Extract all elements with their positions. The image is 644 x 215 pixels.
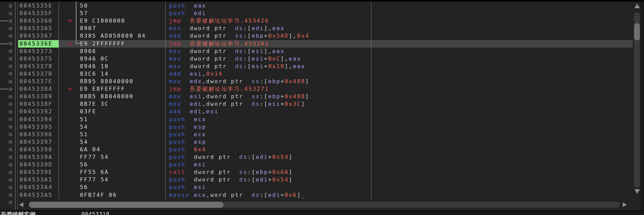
disasm-row[interactable]: 0045337E8B95 88040000mov edx,dword ptr s… bbox=[18, 78, 633, 85]
breakpoint-dot[interactable] bbox=[9, 140, 12, 144]
disasm-row[interactable]: 00453384E9 E8FEFFFFjmp 吾爱破解论坛学习.453271 bbox=[18, 85, 633, 93]
instruction-token: ss bbox=[235, 33, 243, 39]
instruction-token: : bbox=[243, 55, 248, 62]
bytes-cell: 51 bbox=[80, 131, 88, 138]
disasm-row[interactable]: 0045339AFF77 54push dword ptr ds:[edi+0x… bbox=[18, 153, 633, 161]
breakpoint-dot[interactable] bbox=[9, 95, 12, 99]
scroll-right-icon[interactable] bbox=[623, 202, 627, 207]
instruction-token: 0x6 bbox=[285, 192, 297, 198]
instruction-token bbox=[186, 2, 194, 9]
instruction-cell: jmp 吾爱破解论坛学习.453426 bbox=[169, 17, 269, 25]
bytes-cell: 54 bbox=[80, 123, 88, 131]
address-cell: 00453396 bbox=[18, 131, 80, 138]
breakpoint-dot[interactable] bbox=[9, 80, 12, 84]
disasm-row[interactable]: 0045335E50push eax bbox=[18, 2, 633, 10]
instruction-token: 0x6A bbox=[272, 169, 289, 175]
instruction-token: ds bbox=[252, 101, 260, 107]
instruction-token: dword ptr bbox=[190, 48, 227, 54]
disasm-row[interactable]: 0045339451push ecx bbox=[18, 116, 633, 123]
instruction-token: 0x54 bbox=[272, 154, 289, 160]
disasm-row[interactable]: 004533758946 0Cmov dword ptr ds:[esi+0xC… bbox=[18, 55, 633, 63]
instruction-cell: mov dword ptr ds:[esi+0xC],eax bbox=[169, 55, 301, 63]
breakpoint-dot[interactable] bbox=[9, 72, 12, 76]
breakpoint-dot[interactable] bbox=[9, 117, 12, 121]
instruction-token: push bbox=[169, 161, 186, 168]
instruction-token: + bbox=[281, 78, 285, 85]
breakpoint-dot[interactable] bbox=[9, 12, 12, 15]
breakpoint-dot[interactable] bbox=[9, 201, 12, 204]
breakpoint-dot[interactable] bbox=[9, 49, 12, 53]
disasm-row[interactable]: 0045339203FEadd edi,esi bbox=[18, 108, 633, 115]
disasm-row[interactable]: 004533738906mov dword ptr ds:[esi],eax bbox=[18, 48, 633, 55]
disasm-row[interactable]: 004533658907mov dword ptr ds:[edi],eax bbox=[18, 25, 633, 32]
gutter-divider bbox=[3, 2, 4, 210]
instruction-token: 0x488 bbox=[285, 93, 305, 100]
instruction-token: , bbox=[202, 78, 206, 85]
bytes-cell: 56 bbox=[80, 161, 88, 168]
disasm-row[interactable]: 004533788946 10mov dword ptr ds:[esi+0x1… bbox=[18, 63, 633, 70]
disasm-row[interactable]: 0045337B83C6 14add esi,0x14 bbox=[18, 70, 633, 78]
disasm-row[interactable]: 004533678385 AD050000 04add dword ptr ss… bbox=[18, 32, 633, 40]
breakpoint-dot[interactable] bbox=[9, 193, 12, 197]
breakpoint-dot[interactable] bbox=[9, 34, 12, 38]
bytes-cell: 54 bbox=[80, 138, 88, 146]
instruction-token: + bbox=[264, 33, 268, 39]
address-cell: 00453395 bbox=[18, 123, 80, 131]
instruction-token: _ bbox=[301, 192, 305, 198]
address-cell: 00453397 bbox=[18, 138, 80, 146]
breakpoint-dot[interactable] bbox=[9, 170, 12, 174]
instruction-token bbox=[227, 63, 235, 69]
instruction-token bbox=[186, 10, 194, 16]
disasm-row[interactable]: 0045339D56push esi bbox=[18, 161, 633, 168]
disasm-row[interactable]: 0045339554push esp bbox=[18, 123, 633, 131]
breakpoint-dot[interactable] bbox=[9, 186, 12, 189]
disasm-row[interactable]: 004533986A 04push 0x4 bbox=[18, 146, 633, 153]
scroll-down-icon[interactable] bbox=[634, 189, 640, 194]
disasm-row[interactable]: 0045335F57push edi bbox=[18, 10, 633, 17]
breakpoint-dot[interactable] bbox=[9, 110, 12, 114]
breakpoint-dot[interactable] bbox=[9, 19, 12, 23]
breakpoint-dot[interactable] bbox=[9, 42, 12, 46]
disasm-row[interactable]: 0045336EE9 2FFFFFFFjmp 吾爱破解论坛学习.4532A2 bbox=[18, 40, 633, 48]
instruction-token: : bbox=[248, 169, 252, 175]
instruction-token bbox=[186, 139, 194, 145]
disasm-row[interactable]: 004533A1FF77 54push dword ptr ds:[edi+0x… bbox=[18, 176, 633, 184]
bytes-cell: 57 bbox=[80, 10, 88, 17]
instruction-token: edi bbox=[190, 101, 202, 107]
disasm-row[interactable]: 004533A50FB74F 06movzx ecx,word ptr ds:[… bbox=[18, 191, 633, 199]
disasm-row[interactable]: 0045339EFF55 6Acall dword ptr ss:[ebp+0x… bbox=[18, 168, 633, 176]
instruction-token bbox=[186, 131, 194, 138]
breakpoint-dot[interactable] bbox=[9, 64, 12, 68]
instruction-token: ecx bbox=[194, 131, 206, 138]
instruction-token: + bbox=[264, 55, 268, 62]
breakpoint-dot[interactable] bbox=[9, 125, 12, 129]
breakpoint-dot[interactable] bbox=[9, 148, 12, 151]
breakpoint-dot[interactable] bbox=[9, 27, 12, 30]
scroll-left-icon[interactable] bbox=[19, 202, 23, 207]
disasm-row[interactable]: 004533898BB5 88040000mov esi,dword ptr s… bbox=[18, 93, 633, 100]
instruction-token: edi bbox=[256, 176, 268, 183]
instruction-token: ecx bbox=[194, 116, 206, 123]
disasm-row[interactable]: 004533A456push esi bbox=[18, 184, 633, 191]
disasm-row[interactable]: 0045339754push esp bbox=[18, 138, 633, 146]
breakpoint-dot[interactable] bbox=[9, 163, 12, 167]
address-cell: 0045336E bbox=[18, 40, 59, 48]
breakpoint-dot[interactable] bbox=[9, 4, 12, 8]
breakpoint-dot[interactable] bbox=[9, 57, 12, 61]
instruction-token: word ptr bbox=[210, 192, 243, 198]
scroll-up-icon[interactable] bbox=[634, 4, 640, 8]
disasm-row[interactable]: 00453360E9 C1000000jmp 吾爱破解论坛学习.453426 bbox=[18, 17, 633, 25]
vertical-scrollbar-thumb[interactable] bbox=[634, 23, 640, 40]
horizontal-scrollbar-thumb[interactable] bbox=[29, 202, 224, 208]
breakpoint-dot[interactable] bbox=[9, 155, 12, 159]
breakpoint-dot[interactable] bbox=[9, 132, 12, 136]
breakpoint-dot[interactable] bbox=[9, 87, 12, 91]
instruction-token: 吾爱破解论坛学习.4532A2 bbox=[190, 40, 269, 47]
jump-path-tick bbox=[76, 43, 80, 44]
disasm-row[interactable]: 0045338F8B7E 3Cmov edi,dword ptr ds:[esi… bbox=[18, 100, 633, 108]
instruction-token: esp bbox=[194, 139, 206, 145]
breakpoint-dot[interactable] bbox=[9, 178, 12, 182]
disasm-row[interactable]: 0045339651push ecx bbox=[18, 131, 633, 138]
breakpoint-dot[interactable] bbox=[9, 102, 12, 106]
bytes-cell: E9 2FFFFFFF bbox=[80, 40, 125, 48]
